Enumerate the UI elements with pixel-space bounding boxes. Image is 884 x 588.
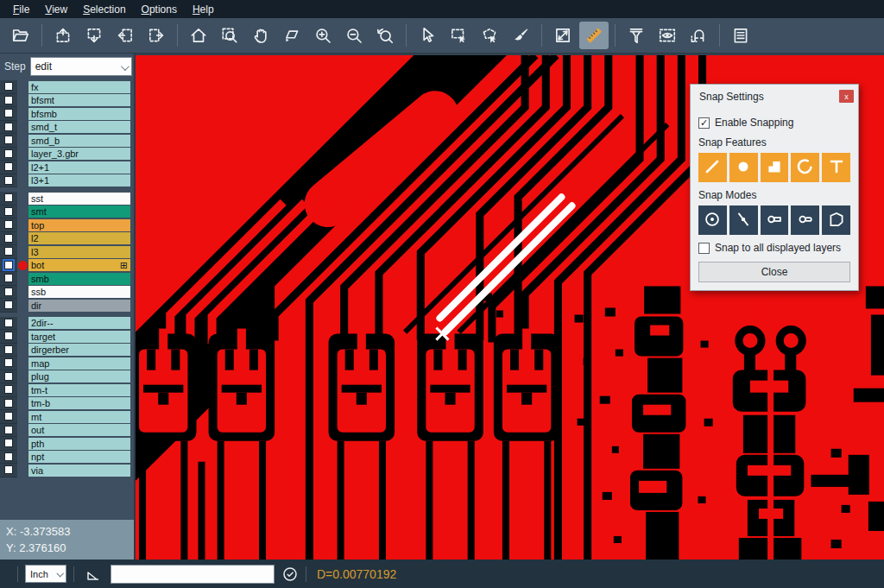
rect-select-button[interactable] [444, 22, 473, 49]
dialog-close-button[interactable]: x [839, 90, 854, 103]
layer-name[interactable]: map [28, 357, 130, 370]
ruler-button[interactable] [579, 22, 609, 49]
zoom-object-button[interactable] [277, 22, 306, 49]
snap-mode-slot-end-button[interactable] [761, 205, 789, 235]
layer-checkbox[interactable] [4, 439, 13, 447]
layer-checkbox[interactable] [4, 274, 13, 282]
layer-checkbox[interactable] [4, 261, 13, 269]
layer-name[interactable]: out [28, 424, 130, 436]
menu-help[interactable]: Help [185, 2, 222, 17]
snap-feature-text-button[interactable] [822, 153, 850, 182]
pan-down-button[interactable] [79, 22, 109, 49]
snap-all-layers-row[interactable]: Snap to all displayed layers [698, 242, 850, 254]
enable-snapping-checkbox[interactable]: ✓ [698, 117, 710, 129]
layer-checkbox[interactable] [4, 176, 13, 185]
zoom-in-button[interactable] [308, 22, 338, 49]
snap-feature-arc-button[interactable] [791, 153, 819, 182]
layer-checkbox[interactable] [4, 149, 13, 158]
polygon-select-button[interactable] [475, 22, 504, 49]
zoom-previous-button[interactable] [370, 22, 400, 49]
pcb-canvas[interactable]: Snap Settings x ✓ Enable Snapping Snap F… [136, 54, 884, 560]
measure-line-button[interactable] [548, 22, 578, 49]
layer-name[interactable]: 2dir-- [28, 317, 130, 329]
step-select[interactable]: edit [30, 57, 132, 76]
layer-checkbox[interactable] [4, 288, 13, 296]
layer-checkbox[interactable] [4, 332, 13, 340]
layer-checkbox[interactable] [4, 426, 13, 434]
layer-checkbox[interactable] [4, 465, 13, 474]
layer-name[interactable]: dir [28, 300, 130, 312]
layer-checkbox[interactable] [4, 300, 13, 309]
layer-name[interactable]: tm-t [28, 384, 130, 396]
layer-name[interactable]: l2+1 [28, 161, 130, 174]
layer-checkbox[interactable] [4, 247, 13, 256]
layer-name[interactable]: l2 [28, 232, 130, 244]
layer-checkbox[interactable] [4, 452, 13, 461]
layer-name[interactable]: dirgerber [28, 344, 130, 356]
pan-up-button[interactable] [48, 22, 78, 49]
layer-checkbox[interactable] [4, 358, 13, 367]
layer-checkbox[interactable] [4, 123, 13, 131]
snap-feature-surface-button[interactable] [761, 153, 789, 182]
layer-checkbox[interactable] [4, 385, 13, 394]
home-button[interactable] [184, 22, 213, 49]
layer-name[interactable]: top [28, 219, 130, 231]
enable-snapping-row[interactable]: ✓ Enable Snapping [698, 117, 850, 129]
layer-name[interactable]: mt [28, 411, 130, 423]
layer-checkbox[interactable] [4, 82, 13, 91]
snap-mode-center-button[interactable] [698, 205, 727, 235]
show-hide-button[interactable] [653, 22, 682, 49]
layer-name[interactable]: target [28, 331, 130, 343]
layer-name[interactable]: sst [28, 193, 130, 205]
layer-name[interactable]: ssb [28, 286, 130, 298]
layer-name[interactable]: smt [28, 205, 130, 218]
layer-checkbox[interactable] [4, 193, 13, 202]
layer-name[interactable]: plug [28, 370, 130, 383]
layer-name[interactable]: layer_3.gbr [28, 148, 130, 160]
layer-name[interactable]: smd_b [28, 135, 130, 147]
select-button[interactable] [413, 22, 442, 49]
menu-selection[interactable]: Selection [75, 2, 133, 17]
pan-hand-button[interactable] [246, 22, 275, 49]
layer-name[interactable]: tm-b [28, 397, 130, 409]
layer-checkbox[interactable] [4, 207, 13, 216]
layer-checkbox[interactable] [4, 372, 13, 381]
layer-name[interactable]: npt [28, 451, 130, 463]
angle-mode-icon[interactable] [85, 566, 102, 583]
filter-button[interactable] [622, 22, 651, 49]
snap-mode-slot-button[interactable] [791, 205, 819, 235]
menu-view[interactable]: View [37, 2, 75, 17]
layer-checkbox[interactable] [4, 96, 13, 104]
dialog-title-bar[interactable]: Snap Settings x [691, 85, 858, 108]
layer-checkbox[interactable] [4, 345, 13, 354]
menu-options[interactable]: Options [134, 2, 185, 17]
snap-button[interactable] [684, 22, 713, 49]
menu-file[interactable]: File [5, 2, 37, 17]
zoom-out-button[interactable] [339, 22, 369, 49]
layer-name[interactable]: pth [28, 438, 130, 450]
layer-checkbox[interactable] [4, 319, 13, 327]
snap-feature-pad-button[interactable] [729, 153, 758, 182]
layer-checkbox[interactable] [4, 412, 13, 420]
layer-checkbox[interactable] [4, 220, 13, 229]
brush-button[interactable] [506, 22, 535, 49]
zoom-area-button[interactable] [215, 22, 244, 49]
snap-all-layers-checkbox[interactable] [698, 243, 710, 254]
layer-checkbox[interactable] [4, 136, 13, 144]
unit-select[interactable]: Inch [25, 565, 66, 583]
layer-checkbox[interactable] [4, 162, 13, 171]
grid-icon[interactable]: ⊞ [120, 261, 128, 269]
pan-left-button[interactable] [110, 22, 140, 49]
snap-feature-line-button[interactable] [698, 153, 727, 182]
close-button[interactable]: Close [698, 262, 850, 282]
snap-mode-midpoint-button[interactable] [729, 205, 758, 235]
layer-name[interactable]: bfsmt [28, 94, 130, 106]
layer-checkbox[interactable] [4, 109, 13, 117]
layers-list-button[interactable] [726, 22, 755, 49]
open-button[interactable] [6, 22, 35, 49]
layer-checkbox[interactable] [4, 399, 13, 408]
layer-name[interactable]: smb [28, 273, 130, 285]
layer-name[interactable]: bot⊞ [28, 259, 130, 271]
layer-name[interactable]: l3 [28, 246, 130, 258]
layer-name[interactable]: smd_t [28, 121, 130, 133]
